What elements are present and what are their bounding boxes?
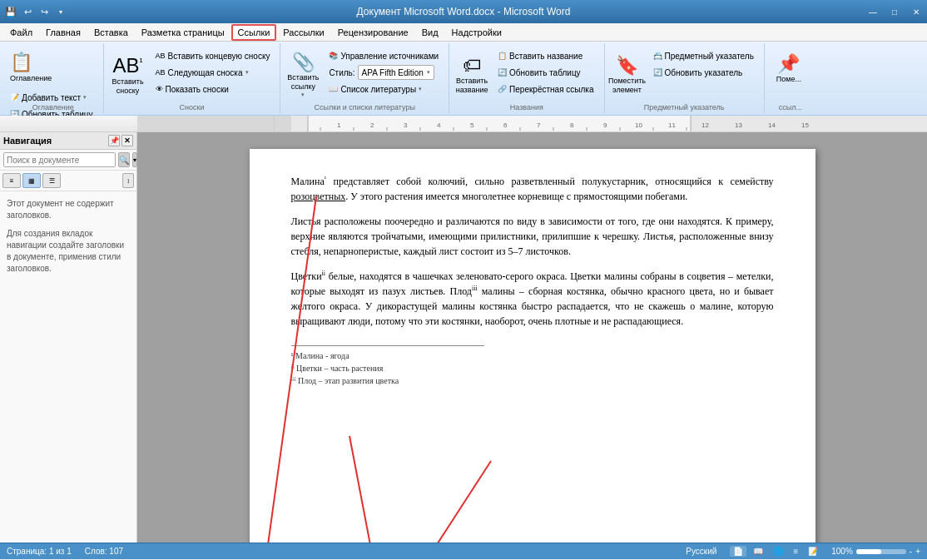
status-bar: Страница: 1 из 1 Слов: 107 Русский 📄 📖 🌐…: [0, 543, 927, 559]
maximize-button[interactable]: □: [884, 0, 905, 23]
document-page: Малина¹ представляет собой колючий, силь…: [250, 149, 815, 543]
menu-view[interactable]: Вид: [415, 24, 445, 41]
ruler-content: 1 2 3 4 5 6 7 8 9 10 11 12 13 14 15: [291, 116, 927, 131]
svg-text:1: 1: [337, 121, 341, 129]
insert-citation-icon: 📎: [292, 52, 315, 73]
manage-sources-button[interactable]: 📚 Управление источниками: [325, 48, 442, 63]
view-draft-button[interactable]: 📝: [805, 546, 821, 557]
next-footnote-button[interactable]: AB Следующая сноска ▾: [152, 65, 274, 80]
view-outline-button[interactable]: ≡: [790, 546, 801, 557]
save-qa-button[interactable]: 💾: [3, 4, 18, 19]
insert-caption-label: Вставитьназвание: [456, 77, 488, 95]
footnote-area: ¹ Малина - ягода ⁱⁱ Цветки – часть расте…: [291, 345, 484, 387]
nav-search-bar: 🔍 ▾: [0, 150, 136, 171]
language-indicator: Русский: [686, 547, 716, 556]
menu-references[interactable]: Ссылки: [231, 24, 277, 41]
update-table-captions-button[interactable]: 🔄 Обновить таблицу: [494, 65, 597, 80]
ruler: 1 2 3 4 5 6 7 8 9 10 11 12 13 14 15: [0, 116, 927, 132]
view-reading-button[interactable]: 📖: [750, 546, 766, 557]
paragraph-3: Цветкиii белые, находятся в чашечках зел…: [291, 269, 774, 329]
nav-results-view[interactable]: ☰: [42, 173, 61, 188]
bibliography-arrow: ▾: [419, 86, 422, 92]
navigation-panel: Навигация 📌 ✕ 🔍 ▾ ≡ ▦ ☰ ↕ Этот документ …: [0, 132, 137, 543]
manage-sources-icon: 📚: [329, 52, 338, 60]
paragraph-1: Малина¹ представляет собой колючий, силь…: [291, 174, 774, 204]
zoom-level: 100%: [831, 547, 853, 556]
mark-entry-label: Поместитьэлемент: [608, 77, 646, 95]
cross-ref-icon: 🔗: [498, 85, 507, 93]
main-area: Навигация 📌 ✕ 🔍 ▾ ≡ ▦ ☰ ↕ Этот документ …: [0, 132, 927, 543]
menu-addins[interactable]: Надстройки: [445, 24, 508, 41]
captions-group-label: Названия: [449, 103, 603, 112]
svg-text:2: 2: [370, 121, 374, 129]
view-web-button[interactable]: 🌐: [770, 546, 786, 557]
bibliography-button[interactable]: 📖 Список литературы ▾: [325, 82, 442, 97]
svg-text:8: 8: [570, 121, 574, 129]
nav-headings-view[interactable]: ≡: [2, 173, 21, 188]
captions-list-icon: 📋: [498, 52, 507, 60]
view-normal-button[interactable]: 📄: [730, 546, 746, 557]
toc-button[interactable]: 📋 Оглавление: [7, 47, 65, 88]
menu-review[interactable]: Рецензирование: [331, 24, 415, 41]
insert-footnote-button[interactable]: AB¹ Вставитьсноску: [107, 47, 149, 103]
next-footnote-arrow: ▾: [245, 69, 249, 76]
insert-citation-label: Вставитьссылку: [287, 73, 319, 92]
search-input[interactable]: [3, 152, 116, 167]
show-notes-button[interactable]: 👁 Показать сноски: [152, 82, 274, 97]
ribbon-group-toc: 📋 Оглавление 📝 Добавить текст ▾ 🔄 Обнови…: [3, 43, 104, 113]
title-bar: 💾 ↩ ↪ ▾ Документ Microsoft Word.docx - M…: [0, 0, 927, 23]
svg-line-33: [416, 461, 491, 543]
mark-entry-button[interactable]: 🔖 Поместитьэлемент: [608, 47, 647, 103]
menu-insert[interactable]: Вставка: [87, 24, 135, 41]
more-label: Поме...: [776, 75, 801, 93]
zoom-slider[interactable]: [856, 549, 906, 554]
next-footnote-icon: AB: [156, 68, 166, 77]
nav-sort-button[interactable]: ↕: [122, 173, 134, 188]
mark-entry-icon: 🔖: [616, 55, 638, 77]
more-button[interactable]: 📌 Поме...: [768, 47, 810, 100]
cross-ref-button[interactable]: 🔗 Перекрёстная ссылка: [494, 82, 597, 97]
redo-qa-button[interactable]: ↪: [37, 4, 52, 19]
menu-home[interactable]: Главная: [39, 24, 87, 41]
insert-caption-icon: 🏷: [463, 55, 481, 77]
menu-file[interactable]: Файл: [3, 24, 39, 41]
nav-title: Навигация: [3, 136, 52, 146]
undo-qa-button[interactable]: ↩: [20, 4, 35, 19]
svg-text:14: 14: [768, 121, 776, 129]
style-dropdown[interactable]: APA Fifth Edition ▾: [358, 65, 434, 80]
document-area[interactable]: kakvworde.ru Малина¹ представляет собой …: [137, 132, 927, 543]
ribbon-group-footnotes: AB¹ Вставитьсноску AB Вставить концевую …: [104, 43, 281, 113]
insert-endnote-button[interactable]: AB Вставить концевую сноску: [152, 48, 274, 63]
nav-pages-view[interactable]: ▦: [22, 173, 41, 188]
paragraph-2: Листья расположены поочередно и различаю…: [291, 214, 774, 259]
ribbon: 📋 Оглавление 📝 Добавить текст ▾ 🔄 Обнови…: [0, 42, 927, 116]
ribbon-group-captions: 🏷 Вставитьназвание 📋 Вставить название 🔄…: [449, 43, 604, 113]
update-index-button[interactable]: 🔄 Обновить указатель: [650, 65, 757, 80]
minimize-button[interactable]: —: [862, 0, 884, 23]
footnote-1: ¹ Малина - ягода: [291, 349, 484, 362]
toc-label: Оглавление: [10, 74, 52, 83]
insert-citation-button[interactable]: 📎 Вставитьссылку ▾: [284, 47, 322, 103]
insert-index-button[interactable]: 📇 Предметный указатель: [650, 48, 757, 63]
ribbon-group-more: 📌 Поме... ссыл...: [765, 43, 816, 113]
nav-pin-button[interactable]: 📌: [108, 135, 120, 146]
footnote-2: ⁱⁱ Цветки – часть растения: [291, 362, 484, 374]
menu-mailings[interactable]: Рассылки: [276, 24, 330, 41]
captions-list-button[interactable]: 📋 Вставить название: [494, 48, 597, 63]
zoom-out-button[interactable]: -: [910, 547, 912, 556]
update-index-icon: 🔄: [653, 68, 662, 77]
close-button[interactable]: ✕: [905, 0, 927, 23]
menu-page-layout[interactable]: Разметка страницы: [135, 24, 231, 41]
svg-text:3: 3: [404, 121, 408, 129]
nav-close-button[interactable]: ✕: [121, 135, 133, 146]
svg-rect-1: [308, 116, 691, 131]
style-value: APA Fifth Edition: [362, 68, 424, 77]
nav-view-buttons: ≡ ▦ ☰ ↕: [0, 171, 136, 191]
insert-endnote-icon: AB: [156, 52, 166, 60]
more-qa-button[interactable]: ▾: [53, 4, 68, 19]
insert-caption-btn[interactable]: 🏷 Вставитьназвание: [453, 47, 491, 103]
search-button[interactable]: 🔍: [118, 152, 130, 167]
zoom-in-button[interactable]: +: [915, 547, 920, 556]
update-table-icon: 🔄: [498, 68, 507, 77]
index-group-label: Предметный указатель: [605, 103, 764, 112]
